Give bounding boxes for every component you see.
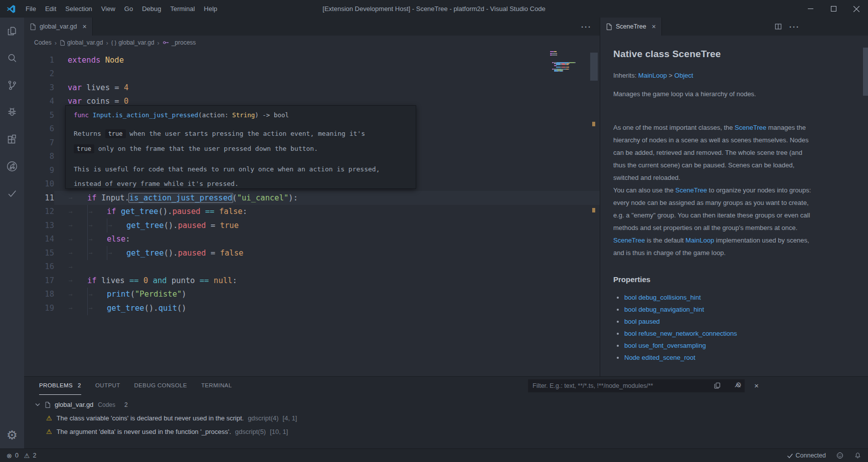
property-link-refuse_new_network_connections[interactable]: bool refuse_new_network_connections xyxy=(624,330,737,337)
panel-tab-debug-console[interactable]: DEBUG CONSOLE xyxy=(134,377,188,395)
menu-item-terminal[interactable]: Terminal xyxy=(165,0,199,18)
problem-source: gdscript(5) xyxy=(235,428,266,435)
code-line-12[interactable]: 12→→if get_tree().paused == false: xyxy=(24,205,600,219)
manage-gear-icon[interactable]: ⚙ xyxy=(7,429,18,441)
menu-item-edit[interactable]: Edit xyxy=(41,0,61,18)
code-token: if xyxy=(87,193,97,202)
docs-properties-list: bool debug_collisions_hintbool debug_nav… xyxy=(613,292,868,364)
doc-link-mainloop[interactable]: MainLoop xyxy=(685,237,714,244)
source-control-icon[interactable] xyxy=(0,72,24,99)
problem-item-1[interactable]: ⚠The class variable 'coins' is declared … xyxy=(24,411,868,425)
property-link-paused[interactable]: bool paused xyxy=(624,318,660,325)
code-line-2[interactable]: 2 xyxy=(24,67,600,81)
tab-scenetree[interactable]: SceneTree × xyxy=(600,18,662,36)
breadcrumb-item-global_var-gd[interactable]: { }global_var.gd xyxy=(111,39,154,46)
line-number: 6 xyxy=(24,124,54,133)
doc-link-object[interactable]: Object xyxy=(674,72,693,79)
property-link-debug_navigation_hint[interactable]: bool debug_navigation_hint xyxy=(624,306,704,313)
tab-global-var-gd[interactable]: global_var.gd × xyxy=(24,18,93,36)
breadcrumb-item-codes[interactable]: Codes xyxy=(34,39,52,46)
problem-position: [4, 1] xyxy=(283,414,297,422)
maximize-panel-icon[interactable] xyxy=(734,382,741,389)
open-editors-panel-icon[interactable] xyxy=(714,382,721,389)
tab-whitespace-icon: → xyxy=(107,221,112,229)
explorer-icon[interactable] xyxy=(0,18,24,45)
doc-link-scenetree[interactable]: SceneTree xyxy=(675,186,707,194)
property-link-use_font_oversampling[interactable]: bool use_font_oversampling xyxy=(624,342,706,349)
property-link-debug_collisions_hint[interactable]: bool debug_collisions_hint xyxy=(624,294,701,301)
docs-description-line: You can also use the SceneTree to organi… xyxy=(613,184,868,196)
notifications-bell-icon[interactable] xyxy=(854,451,861,459)
problem-message: The class variable 'coins' is declared b… xyxy=(57,414,244,422)
breadcrumb-item-global_var-gd[interactable]: global_var.gd xyxy=(60,39,103,46)
tab-whitespace-icon: → xyxy=(88,236,93,243)
run-and-debug-icon[interactable] xyxy=(0,99,24,126)
docs-more-actions-icon[interactable]: ··· xyxy=(789,23,800,31)
doc-link-scenetree[interactable]: SceneTree xyxy=(613,237,645,244)
minimize-button[interactable] xyxy=(799,0,822,18)
menu-item-file[interactable]: File xyxy=(21,0,41,18)
breadcrumb-item-_process[interactable]: _process xyxy=(162,39,196,46)
doc-link-scenetree[interactable]: SceneTree xyxy=(735,124,766,131)
indent-guide: → xyxy=(68,260,87,274)
problems-filter-input[interactable] xyxy=(528,379,745,392)
code-token: lives xyxy=(97,276,129,285)
maximize-button[interactable] xyxy=(822,0,845,18)
hover-text: You can also use the xyxy=(613,186,675,194)
panel-tab-output[interactable]: OUTPUT xyxy=(95,377,120,395)
signature-token: action: xyxy=(202,111,232,119)
editor-tabs: global_var.gd × ··· xyxy=(24,18,600,36)
code-line-13[interactable]: 13→→→get_tree().paused = true xyxy=(24,218,600,233)
problems-file-group[interactable]: global_var.gdCodes2 xyxy=(24,398,868,411)
menu-item-debug[interactable]: Debug xyxy=(137,0,165,18)
inline-code-chip: true xyxy=(105,129,126,138)
code-line-18[interactable]: 18→→print("Perdiste") xyxy=(24,288,600,302)
hover-text: thus the current scene) can be paused. S… xyxy=(613,161,794,169)
breadcrumb: Codes›global_var.gd›{ }global_var.gd›_pr… xyxy=(24,36,600,50)
testing-icon[interactable] xyxy=(0,180,24,207)
split-editor-icon[interactable] xyxy=(774,23,782,31)
problem-item-2[interactable]: ⚠The argument 'delta' is never used in t… xyxy=(24,425,868,438)
editor-more-actions-icon[interactable]: ··· xyxy=(581,23,592,31)
tab-label: global_var.gd xyxy=(40,23,77,30)
hover-text: This is useful for code that needs to ru… xyxy=(74,165,380,173)
file-icon xyxy=(45,401,51,408)
code-line-3[interactable]: 3var lives = 4 xyxy=(24,81,600,95)
connection-status[interactable]: Connected xyxy=(787,452,826,459)
code-editor[interactable]: 1extends Node23var lives = 44var coins =… xyxy=(24,50,600,376)
tab-close-icon[interactable]: × xyxy=(82,23,86,31)
editor-scrollbar[interactable] xyxy=(590,53,598,81)
code-line-1[interactable]: 1extends Node xyxy=(24,53,600,67)
menu-item-help[interactable]: Help xyxy=(200,0,222,18)
line-number: 3 xyxy=(24,83,54,92)
code-line-14[interactable]: 14→→else: xyxy=(24,233,600,247)
property-link-edited_scene_root[interactable]: Node edited_scene_root xyxy=(624,354,696,361)
search-icon[interactable] xyxy=(0,45,24,72)
indent-guide: → xyxy=(68,233,87,247)
godot-tools-icon[interactable] xyxy=(0,153,24,180)
menu-item-go[interactable]: Go xyxy=(120,0,137,18)
problems-file-count: 2 xyxy=(124,401,128,408)
extensions-icon[interactable] xyxy=(0,126,24,153)
code-token: punto xyxy=(167,276,200,285)
doc-link-mainloop[interactable]: MainLoop xyxy=(638,72,667,79)
signature-token: ( xyxy=(198,111,202,119)
line-number: 13 xyxy=(24,221,54,230)
close-panel-icon[interactable]: × xyxy=(754,382,759,389)
panel-tab-terminal[interactable]: TERMINAL xyxy=(201,377,232,395)
code-line-15[interactable]: 15→→→get_tree().paused = false xyxy=(24,246,600,260)
code-line-19[interactable]: 19→→get_tree().quit() xyxy=(24,301,600,315)
menu-item-selection[interactable]: Selection xyxy=(61,0,96,18)
tab-close-icon[interactable]: × xyxy=(652,23,656,31)
code-token: quit xyxy=(158,304,177,313)
menu-item-view[interactable]: View xyxy=(97,0,120,18)
code-line-11[interactable]: 11→if Input.is_action_just_pressed("ui_c… xyxy=(24,191,600,205)
panel-tab-problems[interactable]: PROBLEMS2 xyxy=(39,377,81,395)
problems-status[interactable]: ⊗ 0 ⚠ 2 xyxy=(7,452,36,459)
feedback-smiley-icon[interactable] xyxy=(836,451,844,459)
minimap[interactable] xyxy=(550,51,580,72)
docs-scrollbar[interactable] xyxy=(863,48,868,96)
code-line-16[interactable]: 16→ xyxy=(24,260,600,274)
code-line-17[interactable]: 17→if lives == 0 and punto == null: xyxy=(24,274,600,288)
close-window-button[interactable] xyxy=(845,0,868,18)
